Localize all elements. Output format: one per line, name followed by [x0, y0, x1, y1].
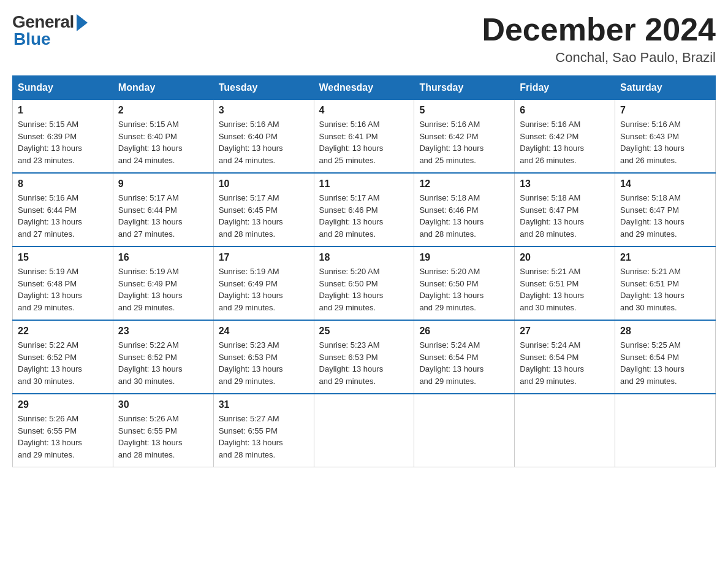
- day-info: Sunrise: 5:24 AMSunset: 6:54 PMDaylight:…: [419, 340, 483, 386]
- day-info: Sunrise: 5:23 AMSunset: 6:53 PMDaylight:…: [219, 340, 283, 386]
- table-row: 29 Sunrise: 5:26 AMSunset: 6:55 PMDaylig…: [13, 394, 113, 467]
- table-row: [314, 394, 414, 467]
- table-row: 23 Sunrise: 5:22 AMSunset: 6:52 PMDaylig…: [113, 320, 213, 394]
- logo: General Blue: [12, 12, 88, 49]
- table-row: 7 Sunrise: 5:16 AMSunset: 6:43 PMDayligh…: [615, 100, 716, 174]
- table-row: 9 Sunrise: 5:17 AMSunset: 6:44 PMDayligh…: [113, 173, 213, 247]
- table-row: 21 Sunrise: 5:21 AMSunset: 6:51 PMDaylig…: [615, 247, 716, 320]
- title-section: December 2024 Conchal, Sao Paulo, Brazil: [482, 12, 716, 66]
- table-row: 19 Sunrise: 5:20 AMSunset: 6:50 PMDaylig…: [414, 247, 515, 320]
- day-number: 13: [520, 178, 610, 190]
- table-row: 10 Sunrise: 5:17 AMSunset: 6:45 PMDaylig…: [213, 173, 314, 247]
- day-number: 15: [18, 252, 108, 263]
- table-row: 31 Sunrise: 5:27 AMSunset: 6:55 PMDaylig…: [213, 394, 314, 467]
- table-row: 1 Sunrise: 5:15 AMSunset: 6:39 PMDayligh…: [13, 100, 113, 174]
- day-number: 18: [319, 252, 409, 263]
- day-number: 4: [319, 105, 409, 116]
- day-info: Sunrise: 5:18 AMSunset: 6:46 PMDaylight:…: [419, 193, 483, 239]
- calendar-week-2: 8 Sunrise: 5:16 AMSunset: 6:44 PMDayligh…: [13, 173, 716, 247]
- day-number: 17: [219, 252, 309, 263]
- table-row: 16 Sunrise: 5:19 AMSunset: 6:49 PMDaylig…: [113, 247, 213, 320]
- month-title: December 2024: [482, 12, 716, 47]
- table-row: 15 Sunrise: 5:19 AMSunset: 6:48 PMDaylig…: [13, 247, 113, 320]
- logo-blue-text: Blue: [13, 29, 51, 49]
- day-number: 22: [18, 326, 108, 337]
- table-row: 12 Sunrise: 5:18 AMSunset: 6:46 PMDaylig…: [414, 173, 515, 247]
- day-info: Sunrise: 5:15 AMSunset: 6:40 PMDaylight:…: [118, 120, 183, 165]
- day-number: 5: [419, 105, 509, 116]
- table-row: 11 Sunrise: 5:17 AMSunset: 6:46 PMDaylig…: [314, 173, 414, 247]
- header-sunday: Sunday: [13, 76, 113, 100]
- day-number: 6: [520, 105, 610, 116]
- table-row: 2 Sunrise: 5:15 AMSunset: 6:40 PMDayligh…: [113, 100, 213, 174]
- day-number: 1: [18, 105, 108, 116]
- logo-arrow-icon: [77, 14, 88, 31]
- header-thursday: Thursday: [414, 76, 515, 100]
- day-number: 19: [419, 252, 509, 263]
- header-wednesday: Wednesday: [314, 76, 414, 100]
- day-number: 26: [419, 326, 509, 337]
- day-number: 23: [118, 326, 208, 337]
- day-info: Sunrise: 5:26 AMSunset: 6:55 PMDaylight:…: [18, 414, 82, 459]
- calendar-table: Sunday Monday Tuesday Wednesday Thursday…: [12, 75, 716, 467]
- table-row: 5 Sunrise: 5:16 AMSunset: 6:42 PMDayligh…: [414, 100, 515, 174]
- day-number: 30: [118, 399, 208, 410]
- header-monday: Monday: [113, 76, 213, 100]
- day-info: Sunrise: 5:18 AMSunset: 6:47 PMDaylight:…: [620, 193, 684, 239]
- day-info: Sunrise: 5:21 AMSunset: 6:51 PMDaylight:…: [620, 267, 684, 312]
- table-row: 8 Sunrise: 5:16 AMSunset: 6:44 PMDayligh…: [13, 173, 113, 247]
- day-info: Sunrise: 5:21 AMSunset: 6:51 PMDaylight:…: [520, 267, 584, 312]
- day-number: 21: [620, 252, 710, 263]
- day-number: 24: [219, 326, 309, 337]
- day-info: Sunrise: 5:16 AMSunset: 6:44 PMDaylight:…: [18, 193, 82, 239]
- table-row: 28 Sunrise: 5:25 AMSunset: 6:54 PMDaylig…: [615, 320, 716, 394]
- day-info: Sunrise: 5:19 AMSunset: 6:48 PMDaylight:…: [18, 267, 82, 312]
- header-saturday: Saturday: [615, 76, 716, 100]
- day-number: 25: [319, 326, 409, 337]
- day-info: Sunrise: 5:20 AMSunset: 6:50 PMDaylight:…: [419, 267, 483, 312]
- day-number: 11: [319, 178, 409, 190]
- day-number: 7: [620, 105, 710, 116]
- day-info: Sunrise: 5:19 AMSunset: 6:49 PMDaylight:…: [118, 267, 183, 312]
- day-info: Sunrise: 5:17 AMSunset: 6:45 PMDaylight:…: [219, 193, 283, 239]
- table-row: 22 Sunrise: 5:22 AMSunset: 6:52 PMDaylig…: [13, 320, 113, 394]
- calendar-week-3: 15 Sunrise: 5:19 AMSunset: 6:48 PMDaylig…: [13, 247, 716, 320]
- table-row: 18 Sunrise: 5:20 AMSunset: 6:50 PMDaylig…: [314, 247, 414, 320]
- table-row: 30 Sunrise: 5:26 AMSunset: 6:55 PMDaylig…: [113, 394, 213, 467]
- day-info: Sunrise: 5:17 AMSunset: 6:44 PMDaylight:…: [118, 193, 183, 239]
- day-number: 16: [118, 252, 208, 263]
- day-info: Sunrise: 5:22 AMSunset: 6:52 PMDaylight:…: [18, 340, 82, 386]
- day-info: Sunrise: 5:26 AMSunset: 6:55 PMDaylight:…: [118, 414, 183, 459]
- table-row: [615, 394, 716, 467]
- day-number: 14: [620, 178, 710, 190]
- page-header: General Blue December 2024 Conchal, Sao …: [12, 12, 716, 66]
- table-row: 26 Sunrise: 5:24 AMSunset: 6:54 PMDaylig…: [414, 320, 515, 394]
- day-info: Sunrise: 5:24 AMSunset: 6:54 PMDaylight:…: [520, 340, 584, 386]
- table-row: 24 Sunrise: 5:23 AMSunset: 6:53 PMDaylig…: [213, 320, 314, 394]
- calendar-week-4: 22 Sunrise: 5:22 AMSunset: 6:52 PMDaylig…: [13, 320, 716, 394]
- day-number: 29: [18, 399, 108, 410]
- table-row: 6 Sunrise: 5:16 AMSunset: 6:42 PMDayligh…: [515, 100, 615, 174]
- table-row: 13 Sunrise: 5:18 AMSunset: 6:47 PMDaylig…: [515, 173, 615, 247]
- day-number: 28: [620, 326, 710, 337]
- day-number: 8: [18, 178, 108, 190]
- day-number: 3: [219, 105, 309, 116]
- day-info: Sunrise: 5:17 AMSunset: 6:46 PMDaylight:…: [319, 193, 384, 239]
- table-row: 27 Sunrise: 5:24 AMSunset: 6:54 PMDaylig…: [515, 320, 615, 394]
- table-row: [515, 394, 615, 467]
- day-number: 20: [520, 252, 610, 263]
- day-info: Sunrise: 5:23 AMSunset: 6:53 PMDaylight:…: [319, 340, 384, 386]
- header-friday: Friday: [515, 76, 615, 100]
- day-info: Sunrise: 5:22 AMSunset: 6:52 PMDaylight:…: [118, 340, 183, 386]
- table-row: 17 Sunrise: 5:19 AMSunset: 6:49 PMDaylig…: [213, 247, 314, 320]
- day-info: Sunrise: 5:27 AMSunset: 6:55 PMDaylight:…: [219, 414, 283, 459]
- table-row: 25 Sunrise: 5:23 AMSunset: 6:53 PMDaylig…: [314, 320, 414, 394]
- calendar-week-1: 1 Sunrise: 5:15 AMSunset: 6:39 PMDayligh…: [13, 100, 716, 174]
- day-info: Sunrise: 5:15 AMSunset: 6:39 PMDaylight:…: [18, 120, 82, 165]
- location-title: Conchal, Sao Paulo, Brazil: [482, 50, 716, 66]
- calendar-week-5: 29 Sunrise: 5:26 AMSunset: 6:55 PMDaylig…: [13, 394, 716, 467]
- table-row: 14 Sunrise: 5:18 AMSunset: 6:47 PMDaylig…: [615, 173, 716, 247]
- day-info: Sunrise: 5:16 AMSunset: 6:42 PMDaylight:…: [419, 120, 483, 165]
- day-number: 27: [520, 326, 610, 337]
- calendar-header-row: Sunday Monday Tuesday Wednesday Thursday…: [13, 76, 716, 100]
